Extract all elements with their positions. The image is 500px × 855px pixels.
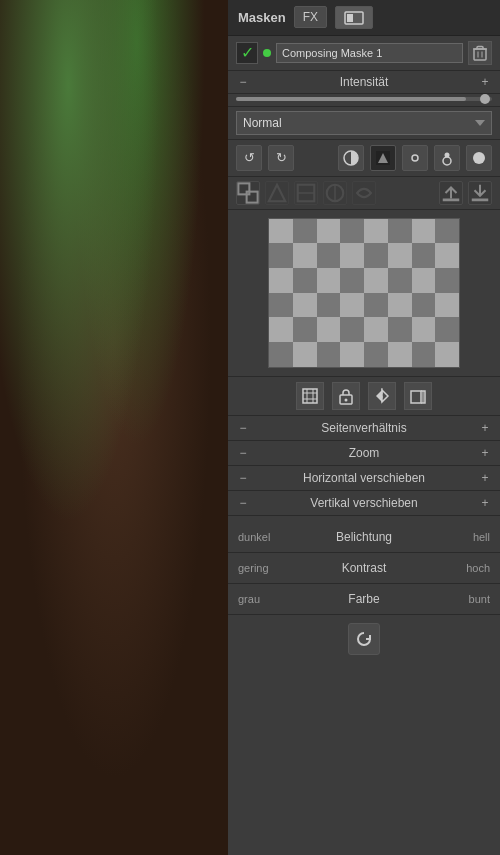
checker-cell [293,342,317,367]
checker-cell [269,268,293,293]
checker-cell [293,243,317,268]
mask-status-dot [263,49,271,57]
intensity-thumb[interactable] [480,94,490,104]
exposure-center-label: Belichtung [278,530,450,544]
svg-rect-30 [411,391,421,403]
checker-cell [340,268,364,293]
contrast-button[interactable] [338,145,364,171]
checker-cell [269,293,293,318]
redo-button[interactable]: ↻ [268,145,294,171]
h-shift-label: Horizontal verschieben [250,471,478,485]
intensity-slider-container [228,94,500,107]
checker-cell [388,317,412,342]
export-button[interactable] [468,181,492,205]
filled-circle-button[interactable] [466,145,492,171]
aspect-ratio-plus[interactable]: + [478,421,492,435]
intensity-slider[interactable] [236,97,492,101]
crop-button[interactable] [296,382,324,410]
tool3-button[interactable] [294,181,318,205]
vertical-shift-row: − Vertikal verschieben + [228,491,500,516]
import-button[interactable] [439,181,463,205]
intensity-minus[interactable]: − [236,75,250,89]
checker-cell [364,342,388,367]
tool4-button[interactable] [323,181,347,205]
tool2-button[interactable] [265,181,289,205]
icon-toolbar-1: ↺ ↻ [228,140,500,177]
zoom-plus[interactable]: + [478,446,492,460]
small-circle-button[interactable] [402,145,428,171]
horizontal-shift-row: − Horizontal verschieben + [228,466,500,491]
svg-rect-19 [443,198,460,201]
intensity-plus[interactable]: + [478,75,492,89]
color-row: grau Farbe bunt [228,584,500,615]
panel-header: Masken FX [228,0,500,36]
svg-point-28 [345,398,348,401]
right-panel: Masken FX ✓ Composing Maske 1 [228,0,500,855]
panel-title: Masken [238,10,286,25]
resize-button[interactable] [404,382,432,410]
blend-mode-row: Normal Multiply Screen Overlay [228,107,500,140]
undo-button[interactable]: ↺ [236,145,262,171]
reset-row [228,615,500,663]
h-shift-plus[interactable]: + [478,471,492,485]
contrast-row: gering Kontrast hoch [228,553,500,584]
v-shift-minus[interactable]: − [236,496,250,510]
tab-mask[interactable] [335,6,373,29]
blend-mode-select[interactable]: Normal Multiply Screen Overlay [236,111,492,135]
checker-cell [317,268,341,293]
checker-cell [364,268,388,293]
color-right-label: bunt [450,593,490,605]
checker-cell [269,219,293,244]
checker-cell [412,317,436,342]
flip-h-button[interactable] [368,382,396,410]
checkerboard [268,218,460,368]
exposure-left-label: dunkel [238,531,278,543]
lock-button[interactable] [332,382,360,410]
mask-enable-checkbox[interactable]: ✓ [236,42,258,64]
svg-rect-13 [247,191,258,202]
intensity-fill [236,97,466,101]
preview-icon-row [228,377,500,416]
checker-cell [317,342,341,367]
mask-name-select[interactable]: Composing Maske 1 [276,43,463,63]
checker-cell [388,293,412,318]
checker-cell [388,268,412,293]
zoom-row: − Zoom + [228,441,500,466]
color-center-label: Farbe [278,592,450,606]
mask-row: ✓ Composing Maske 1 [228,36,500,71]
v-shift-plus[interactable]: + [478,496,492,510]
aspect-ratio-row: − Seitenverhältnis + [228,416,500,441]
checker-cell [340,243,364,268]
mask-preview [228,210,500,377]
aspect-ratio-minus[interactable]: − [236,421,250,435]
v-shift-label: Vertikal verschieben [250,496,478,510]
exposure-right-label: hell [450,531,490,543]
tab-fx[interactable]: FX [294,6,327,28]
exposure-row: dunkel Belichtung hell [228,522,500,553]
checker-cell [317,243,341,268]
h-shift-minus[interactable]: − [236,471,250,485]
tool5-button[interactable] [352,181,376,205]
contrast-left-label: gering [238,562,278,574]
checker-cell [388,243,412,268]
reset-button[interactable] [348,623,380,655]
svg-rect-21 [472,198,489,201]
checker-cell [364,219,388,244]
icon-toolbar-2 [228,177,500,210]
svg-rect-12 [238,183,249,194]
contrast-right-label: hoch [450,562,490,574]
checker-cell [340,293,364,318]
zoom-label: Zoom [250,446,478,460]
checker-cell [435,293,459,318]
checkmark-icon: ✓ [241,43,254,62]
svg-rect-2 [474,49,486,60]
svg-rect-22 [303,389,317,403]
delete-mask-button[interactable] [468,41,492,65]
transform-button[interactable] [236,181,260,205]
paint-button[interactable] [370,145,396,171]
dot-button[interactable] [434,145,460,171]
svg-point-11 [473,152,485,164]
checker-cell [364,317,388,342]
zoom-minus[interactable]: − [236,446,250,460]
checker-cell [269,342,293,367]
